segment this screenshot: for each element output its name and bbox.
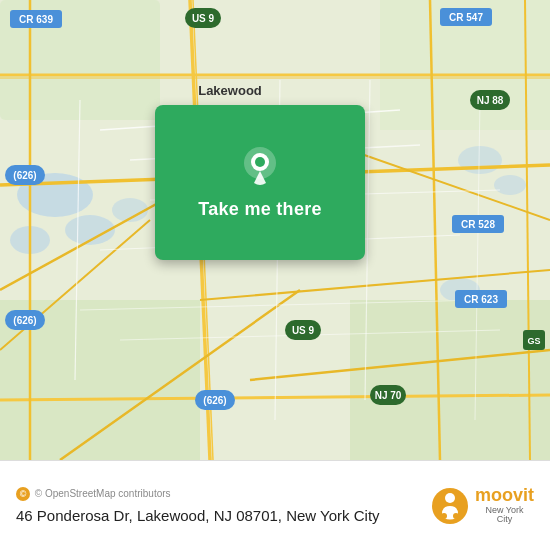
take-me-there-button[interactable]: Take me there	[198, 199, 322, 220]
moovit-city: New YorkCity	[475, 506, 534, 526]
osm-icon: ©	[16, 487, 30, 501]
svg-point-67	[441, 513, 447, 519]
map-container: CR 639 US 9 CR 547 NJ 88 (626) (626) (62…	[0, 0, 550, 460]
svg-point-68	[453, 513, 459, 519]
moovit-logo: moovit New YorkCity	[430, 486, 534, 526]
svg-text:CR 623: CR 623	[464, 294, 498, 305]
info-bar: © © OpenStreetMap contributors 46 Ponder…	[0, 460, 550, 550]
svg-point-66	[445, 493, 455, 503]
moovit-icon	[430, 486, 470, 526]
svg-text:CR 528: CR 528	[461, 219, 495, 230]
svg-text:US 9: US 9	[292, 325, 315, 336]
svg-point-64	[255, 157, 265, 167]
svg-text:NJ 70: NJ 70	[375, 390, 402, 401]
osm-credit: © © OpenStreetMap contributors	[16, 487, 380, 501]
svg-text:CR 547: CR 547	[449, 12, 483, 23]
moovit-label: moovit New YorkCity	[475, 486, 534, 526]
svg-text:(626): (626)	[13, 315, 36, 326]
moovit-name: moovit	[475, 486, 534, 506]
svg-text:(626): (626)	[203, 395, 226, 406]
svg-rect-10	[350, 300, 550, 460]
address-text: 46 Ponderosa Dr, Lakewood, NJ 08701, New…	[16, 507, 380, 524]
svg-text:US 9: US 9	[192, 13, 215, 24]
svg-text:(626): (626)	[13, 170, 36, 181]
svg-text:CR 639: CR 639	[19, 14, 53, 25]
location-pin-icon	[238, 145, 282, 189]
location-card[interactable]: Take me there	[155, 105, 365, 260]
svg-text:GS: GS	[527, 336, 540, 346]
address-section: © © OpenStreetMap contributors 46 Ponder…	[16, 487, 380, 524]
svg-text:Lakewood: Lakewood	[198, 83, 262, 98]
svg-text:NJ 88: NJ 88	[477, 95, 504, 106]
svg-point-6	[494, 175, 526, 195]
